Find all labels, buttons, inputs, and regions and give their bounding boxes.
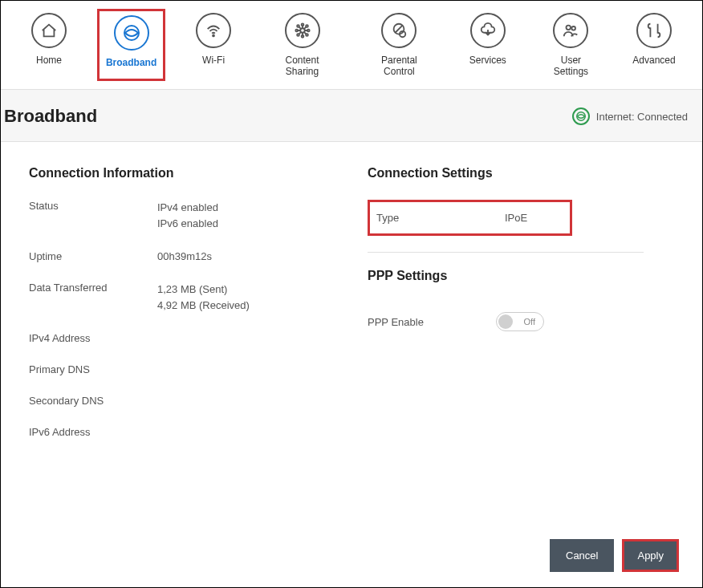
ipv6-row: IPv6 Address xyxy=(29,426,335,438)
network-icon xyxy=(285,13,320,48)
ipv4-label: IPv4 Address xyxy=(29,332,157,344)
apply-button[interactable]: Apply xyxy=(624,541,677,570)
type-value[interactable]: IPoE xyxy=(505,212,527,224)
status-text: Internet: Connected xyxy=(596,111,688,123)
primary-dns-label: Primary DNS xyxy=(29,363,157,375)
ppp-enable-row: PPP Enable Off xyxy=(368,302,674,341)
svg-point-14 xyxy=(572,26,576,30)
nav-wifi[interactable]: Wi-Fi xyxy=(181,9,246,81)
uptime-label: Uptime xyxy=(29,250,157,262)
wifi-icon xyxy=(196,13,231,48)
ipv4-row: IPv4 Address xyxy=(29,332,335,344)
nav-label: User Settings xyxy=(544,55,598,77)
nav-user-settings[interactable]: User Settings xyxy=(536,9,606,81)
home-icon xyxy=(31,13,67,48)
type-row: Type IPoE xyxy=(368,200,572,236)
svg-point-1 xyxy=(213,35,214,37)
svg-point-0 xyxy=(124,26,139,40)
data-transferred-row: Data Transferred 1,23 MB (Sent) 4,92 MB … xyxy=(29,282,335,313)
status-row: Status IPv4 enabled IPv6 enabled xyxy=(29,200,335,231)
nav-label: Home xyxy=(36,55,62,66)
uptime-row: Uptime 00h39m12s xyxy=(29,250,335,262)
internet-status: Internet: Connected xyxy=(572,107,688,125)
nav-services[interactable]: Services xyxy=(456,9,520,81)
connection-info-heading: Connection Information xyxy=(29,166,335,180)
right-column: Connection Settings Type IPoE PPP Settin… xyxy=(368,166,674,457)
ppp-enable-toggle[interactable]: Off xyxy=(496,312,544,331)
type-label: Type xyxy=(376,212,505,224)
nav-content-sharing[interactable]: Content Sharing xyxy=(262,9,343,81)
status-label: Status xyxy=(29,200,157,231)
ppp-settings-heading: PPP Settings xyxy=(368,269,674,283)
nav-label: Wi-Fi xyxy=(202,55,225,66)
nav-label: Services xyxy=(469,55,506,66)
main-content: Connection Information Status IPv4 enabl… xyxy=(1,142,702,481)
status-value: IPv4 enabled IPv6 enabled xyxy=(157,200,218,231)
secondary-dns-row: Secondary DNS xyxy=(29,395,335,407)
toggle-state-label: Off xyxy=(524,317,535,326)
ipv6-label: IPv6 Address xyxy=(29,426,157,438)
page-title: Broadband xyxy=(4,106,97,127)
secondary-dns-label: Secondary DNS xyxy=(29,395,157,407)
globe-icon xyxy=(114,15,149,51)
nav-home[interactable]: Home xyxy=(17,9,81,81)
footer-buttons: Cancel Apply xyxy=(550,539,679,572)
nav-parental-control[interactable]: Parental Control xyxy=(359,9,440,81)
uptime-value: 00h39m12s xyxy=(157,250,212,262)
divider xyxy=(368,252,644,253)
toggle-knob xyxy=(498,314,513,329)
connection-info-section: Connection Information Status IPv4 enabl… xyxy=(29,166,335,457)
apply-button-highlight: Apply xyxy=(622,539,679,572)
connection-settings-heading: Connection Settings xyxy=(368,166,674,180)
page-header: Broadband Internet: Connected xyxy=(1,90,702,142)
status-globe-icon xyxy=(572,107,590,125)
users-icon xyxy=(553,13,588,48)
nav-label: Content Sharing xyxy=(270,55,335,77)
svg-point-13 xyxy=(567,26,571,30)
primary-dns-row: Primary DNS xyxy=(29,363,335,375)
data-transferred-label: Data Transferred xyxy=(29,282,157,313)
cloud-icon xyxy=(470,13,506,48)
nav-broadband[interactable]: Broadband xyxy=(97,9,165,81)
tools-icon xyxy=(636,13,672,48)
cancel-button[interactable]: Cancel xyxy=(550,539,614,572)
nav-label: Advanced xyxy=(632,55,675,66)
ppp-enable-label: PPP Enable xyxy=(368,316,496,328)
parental-icon xyxy=(381,13,417,48)
data-transferred-value: 1,23 MB (Sent) 4,92 MB (Received) xyxy=(157,282,250,313)
nav-label: Parental Control xyxy=(367,55,432,77)
nav-label: Broadband xyxy=(106,57,156,68)
top-nav: Home Broadband Wi-Fi Content Sharing Par… xyxy=(1,1,702,90)
nav-advanced[interactable]: Advanced xyxy=(622,9,686,81)
